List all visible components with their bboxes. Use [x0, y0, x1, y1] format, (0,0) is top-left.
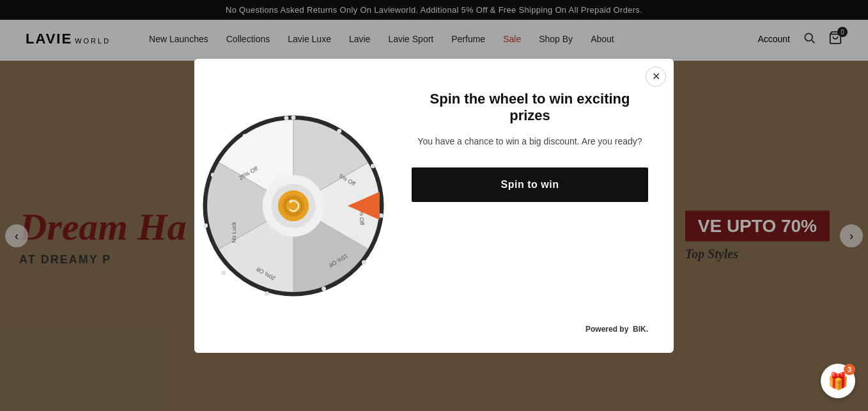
modal-description: You have a chance to win a big discount.…	[417, 134, 642, 148]
svg-point-11	[221, 270, 226, 275]
svg-point-15	[284, 116, 289, 120]
wheel-pointer	[348, 192, 380, 220]
gift-badge: 3	[844, 364, 855, 375]
close-button[interactable]: ✕	[646, 66, 666, 87]
svg-point-8	[362, 260, 366, 264]
powered-by: Powered by BIK.	[412, 306, 648, 334]
svg-point-10	[265, 291, 269, 295]
svg-point-12	[203, 223, 208, 228]
svg-point-4	[291, 115, 296, 120]
modal-title: Spin the wheel to win exciting prizes	[412, 91, 648, 124]
gift-notification[interactable]: 🎁 3	[821, 364, 855, 398]
svg-point-9	[322, 286, 326, 291]
wheel-side: 5% Off 10% Off 15% Off 20% Off No Luck 2…	[194, 59, 392, 353]
gift-icon: 🎁	[828, 371, 848, 391]
svg-text:No Luck: No Luck	[231, 221, 237, 242]
svg-point-6	[371, 164, 375, 168]
wheel-container: 5% Off 10% Off 15% Off 20% Off No Luck 2…	[201, 59, 386, 353]
spin-modal: ✕	[194, 59, 674, 353]
spin-to-win-button[interactable]: Spin to win	[412, 167, 648, 202]
modal-content: Spin the wheel to win exciting prizes Yo…	[392, 59, 674, 353]
